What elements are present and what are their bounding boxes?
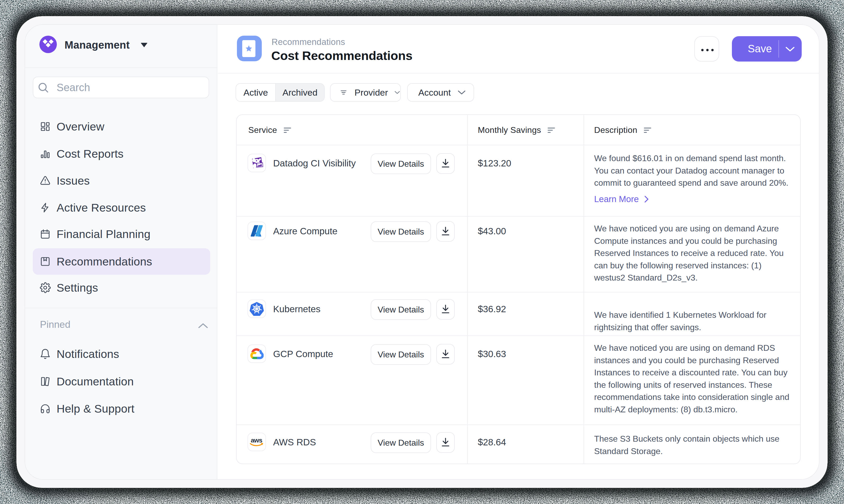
svg-text:aws: aws [251,437,262,444]
